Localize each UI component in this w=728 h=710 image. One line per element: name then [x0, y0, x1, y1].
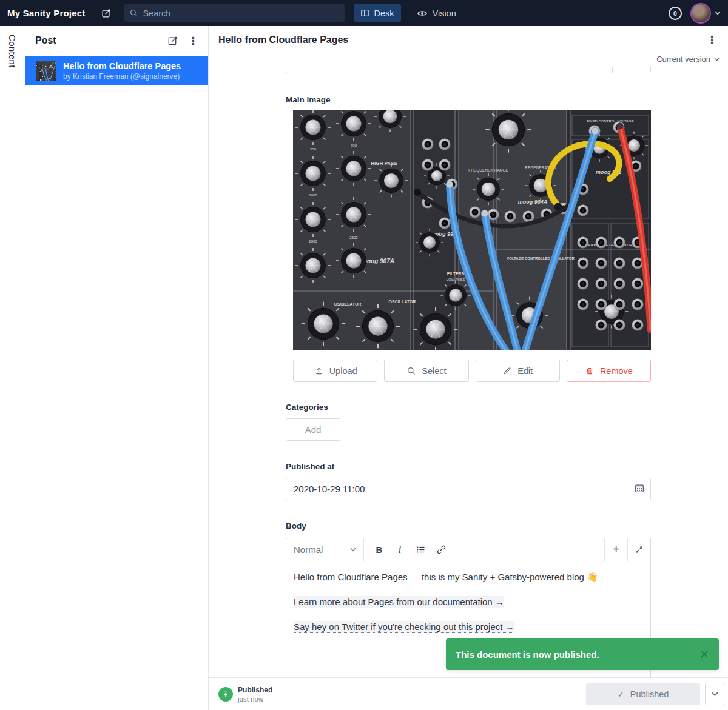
close-icon[interactable]: ✕ — [699, 648, 709, 661]
create-post-button[interactable] — [167, 35, 178, 47]
publish-actions-button[interactable] — [705, 683, 724, 705]
link-icon — [436, 544, 447, 555]
editor-toolbar: Normal B i + — [286, 538, 650, 561]
trash-icon — [585, 366, 595, 376]
new-document-button[interactable] — [96, 4, 116, 22]
publish-status-time: just now — [238, 695, 272, 703]
chevron-down-icon — [715, 11, 721, 15]
sanity-studio: My Sanity Project Desk Vision 0 Content — [0, 0, 728, 710]
publish-toast: This document is now published. ✕ — [446, 638, 719, 670]
published-at-input[interactable] — [286, 478, 651, 500]
slug-field-divider — [612, 67, 613, 73]
search-icon — [406, 366, 416, 376]
document-pane: Hello from Cloudflare Pages ⋮ Current ve… — [209, 26, 728, 710]
upload-button[interactable]: Upload — [293, 360, 377, 382]
upload-icon — [314, 366, 324, 376]
post-pane-header: Post ⋮ — [25, 26, 208, 55]
bullet-list-icon — [416, 544, 426, 555]
avatar[interactable] — [692, 4, 710, 22]
bold-button[interactable]: B — [369, 538, 389, 561]
edit-button[interactable]: Edit — [476, 360, 560, 382]
workspace: Content Post ⋮ Hello from Cloudflare Pag… — [0, 26, 728, 710]
desk-icon — [360, 8, 369, 18]
remove-button-label: Remove — [600, 366, 633, 376]
body-paragraph: Hello from Cloudflare Pages — this is my… — [294, 571, 643, 583]
link-button[interactable] — [431, 538, 451, 561]
global-search[interactable] — [124, 4, 345, 22]
insert-block-button[interactable]: + — [604, 538, 627, 561]
publish-status-icon — [218, 687, 233, 702]
document-title: Hello from Cloudflare Pages — [218, 35, 348, 45]
compose-icon — [167, 35, 178, 47]
body-link-documentation[interactable]: Learn more about Pages from our document… — [294, 596, 504, 608]
document-footer: Published just now ✓ Published — [209, 677, 728, 710]
fullscreen-button[interactable] — [627, 538, 650, 561]
content-rail: Content — [0, 26, 25, 710]
document-header: Hello from Cloudflare Pages ⋮ Current ve… — [209, 26, 728, 67]
eye-icon — [417, 8, 428, 19]
publish-button[interactable]: ✓ Published — [586, 683, 700, 705]
remove-button[interactable]: Remove — [567, 360, 651, 382]
check-icon: ✓ — [618, 689, 625, 699]
project-title: My Sanity Project — [7, 8, 85, 18]
published-at-label: Published at — [286, 462, 334, 471]
published-at-field — [286, 478, 651, 500]
version-selector[interactable]: Current version — [656, 55, 720, 64]
document-form: Main image Upload Select Edit — [209, 67, 728, 677]
calendar-icon[interactable] — [634, 483, 645, 496]
search-input[interactable] — [143, 8, 340, 18]
image-button-row: Upload Select Edit Remove — [293, 360, 651, 382]
content-rail-label[interactable]: Content — [7, 35, 18, 710]
upload-button-label: Upload — [329, 366, 357, 376]
compose-icon — [101, 8, 112, 19]
select-button-label: Select — [422, 366, 446, 376]
publish-button-label: Published — [630, 689, 669, 699]
chevron-down-icon — [714, 58, 720, 61]
post-item-title: Hello from Cloudflare Pages — [63, 61, 181, 72]
publish-status-label: Published — [238, 686, 272, 694]
body-link-twitter[interactable]: Say hey on Twitter if you're checking ou… — [294, 621, 514, 633]
chevron-down-icon — [712, 692, 718, 697]
add-category-button[interactable]: Add — [286, 418, 340, 441]
presence-badge[interactable]: 0 — [669, 7, 682, 20]
search-icon — [129, 8, 138, 18]
expand-icon — [635, 545, 644, 554]
pencil-icon — [502, 366, 512, 376]
tab-desk-label: Desk — [374, 8, 394, 18]
slug-field-partial[interactable] — [286, 67, 651, 73]
post-list-pane: Post ⋮ Hello from Cloudflare Pages by Kr… — [25, 26, 209, 710]
tab-vision-label: Vision — [433, 8, 456, 18]
body-label: Body — [286, 521, 306, 531]
post-item-subtitle: by Kristian Freeman (@signalnerve) — [63, 72, 181, 81]
block-style-value: Normal — [294, 544, 323, 555]
categories-label: Categories — [286, 403, 328, 412]
chevron-down-icon — [350, 548, 356, 552]
bullet-list-button[interactable] — [410, 538, 431, 561]
select-button[interactable]: Select — [384, 360, 468, 382]
tab-vision[interactable]: Vision — [417, 8, 456, 19]
block-style-select[interactable]: Normal — [286, 538, 364, 561]
main-image-label: Main image — [286, 95, 331, 104]
document-menu-button[interactable]: ⋮ — [707, 35, 717, 45]
post-thumbnail — [36, 61, 56, 81]
publish-status: Published just now — [238, 686, 272, 703]
italic-button[interactable]: i — [389, 538, 410, 561]
tab-desk[interactable]: Desk — [354, 4, 400, 22]
edit-button-label: Edit — [517, 366, 533, 376]
main-image-preview[interactable] — [293, 110, 651, 350]
toast-message: This document is now published. — [456, 649, 599, 660]
post-pane-title: Post — [35, 35, 167, 46]
user-menu-button[interactable] — [715, 11, 721, 15]
top-navbar: My Sanity Project Desk Vision 0 — [0, 0, 728, 26]
version-label: Current version — [656, 55, 710, 64]
list-item-post[interactable]: Hello from Cloudflare Pages by Kristian … — [25, 56, 208, 85]
post-pane-menu-button[interactable]: ⋮ — [188, 36, 198, 46]
